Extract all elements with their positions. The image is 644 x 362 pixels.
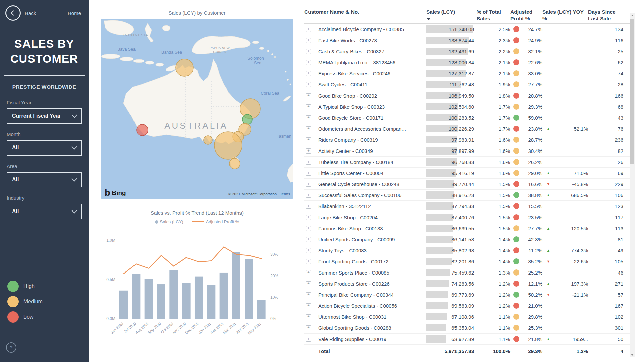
table-row[interactable]: +MEMA Ljubljana d.o.o. - 38128456128,006… xyxy=(304,57,635,68)
table-row[interactable]: +Sports Products Store - C0022674,263.56… xyxy=(304,278,635,289)
expand-row-button[interactable]: + xyxy=(306,259,311,264)
help-icon[interactable]: ? xyxy=(6,342,16,353)
sales-bar-Nov-2020[interactable] xyxy=(182,283,191,319)
profit-band-cell xyxy=(510,59,522,65)
table-scrollbar[interactable] xyxy=(630,13,635,357)
profit-band-indicator xyxy=(513,137,519,143)
table-row[interactable]: +Odometers and Accessories Compan...100,… xyxy=(304,123,635,134)
expand-row-button[interactable]: + xyxy=(306,193,311,198)
expand-row-button[interactable]: + xyxy=(306,82,311,87)
home-button[interactable]: Home xyxy=(68,10,81,16)
table-row[interactable]: +Fast Bike Works - C00273138,874.442.3%2… xyxy=(304,35,635,46)
sales-databar xyxy=(426,313,447,320)
sales-bar-May-2021[interactable] xyxy=(257,300,266,319)
table-row[interactable]: +Express Bike Services - C00246127,312.8… xyxy=(304,68,635,79)
table-row[interactable]: +Good Bicycle Store - C00171100,283.521.… xyxy=(304,112,635,123)
filter-dropdown[interactable]: Current Fiscal Year xyxy=(7,108,82,124)
column-header-5[interactable]: Sales (LCY) YOY % xyxy=(542,9,588,22)
expand-row-button[interactable]: + xyxy=(306,270,311,275)
sales-bar-Sep-2020[interactable] xyxy=(157,284,165,319)
table-row[interactable]: +Successful Sales Company - C0010688,916… xyxy=(304,190,635,201)
sales-cell: 75,459.62 xyxy=(426,267,477,278)
sales-bar-Jul-2020[interactable] xyxy=(132,274,140,319)
filter-dropdown[interactable]: All xyxy=(7,140,82,156)
expand-row-button[interactable]: + xyxy=(306,337,311,342)
back-button[interactable]: Back xyxy=(5,5,36,21)
table-row[interactable]: +Uttermost Bike Shop - C0003167,108.961.… xyxy=(304,311,635,322)
expand-row-button[interactable]: + xyxy=(306,248,311,253)
expand-row-button[interactable]: + xyxy=(306,314,311,319)
expand-row-button[interactable]: + xyxy=(306,281,311,286)
table-row[interactable]: +Cash & Carry Bikes - C00327132,431.692.… xyxy=(304,46,635,57)
scrollbar-thumb[interactable] xyxy=(630,19,634,164)
sales-bar-Dec-2020[interactable] xyxy=(195,277,203,319)
expand-row-button[interactable]: + xyxy=(306,303,311,308)
table-row[interactable]: +Principal Bike Company - C0034469,773.6… xyxy=(304,289,635,300)
expand-row-button[interactable]: + xyxy=(306,171,311,176)
map-bubble-medium[interactable] xyxy=(176,59,193,76)
column-header-6[interactable]: Days Since Last Sale xyxy=(588,9,623,22)
expand-row-button[interactable]: + xyxy=(306,71,311,76)
expand-row-button[interactable]: + xyxy=(306,292,311,297)
table-row[interactable]: +Famous Bike Shop - C0013386,639.551.5%2… xyxy=(304,223,635,234)
sales-bar-Oct-2020[interactable] xyxy=(169,270,178,319)
expand-row-button[interactable]: + xyxy=(306,325,311,330)
legend-label: Medium xyxy=(23,299,43,305)
expand-row-button[interactable]: + xyxy=(306,215,311,220)
sales-bar-Apr-2021[interactable] xyxy=(245,259,253,319)
column-header-4[interactable]: Adjusted Profit % xyxy=(510,9,542,22)
sales-bar-Feb-2021[interactable] xyxy=(220,273,228,319)
table-row[interactable]: +Action Bicycle Specialists - C0005669,5… xyxy=(304,300,635,311)
table-row[interactable]: +Front Sporting Goods - C0017282,201.861… xyxy=(304,256,635,267)
table-row[interactable]: +Swift Cycles - C00411111,762.481.9%27.7… xyxy=(304,79,635,90)
table-row[interactable]: +Large Bike Shop - C0020487,400.761.5%23… xyxy=(304,212,635,223)
expand-row-button[interactable]: + xyxy=(306,204,311,209)
sales-bar-Aug-2020[interactable] xyxy=(145,279,153,319)
table-row[interactable]: +Tubeless Tire Company - C0018496,768.83… xyxy=(304,157,635,168)
expand-row-button[interactable]: + xyxy=(306,237,311,242)
expand-row-button[interactable]: + xyxy=(306,182,311,187)
map-bubble-medium[interactable] xyxy=(214,132,242,159)
table-row[interactable]: +Acclaimed Bicycle Company - C00385151,3… xyxy=(304,24,635,35)
column-header-1[interactable]: Customer Name & No. xyxy=(304,9,426,15)
expand-row-button[interactable]: + xyxy=(306,27,311,32)
map-bubble-low[interactable] xyxy=(137,124,148,136)
filter-dropdown[interactable]: All xyxy=(7,172,82,187)
terms-link[interactable]: Terms xyxy=(280,192,290,196)
expand-row-button[interactable]: + xyxy=(306,148,311,154)
column-header-2[interactable]: Sales (LCY) xyxy=(426,9,477,20)
table-row[interactable]: +General Cycle Storehouse - C0024889,770… xyxy=(304,179,635,190)
expand-row-button[interactable]: + xyxy=(306,93,311,98)
expand-row-button[interactable]: + xyxy=(306,126,311,131)
expand-row-button[interactable]: + xyxy=(306,137,311,142)
column-header-3[interactable]: % of Total Sales xyxy=(477,9,510,22)
scroll-down-icon[interactable] xyxy=(630,352,635,357)
scroll-up-icon[interactable] xyxy=(630,13,635,18)
expand-row-button[interactable]: + xyxy=(306,104,311,109)
map-bubble-medium[interactable] xyxy=(204,136,212,144)
map-label-banda-sea: Banda Sea xyxy=(161,50,182,55)
table-row[interactable]: +Unified Sports Company - C0009986,141.5… xyxy=(304,234,635,245)
table-row[interactable]: +Vale Riding Supplies - C0001963,927.891… xyxy=(304,334,635,345)
table-row[interactable]: +Riders Company - C0031997,983.911.6%28.… xyxy=(304,134,635,145)
expand-row-button[interactable]: + xyxy=(306,226,311,231)
table-row[interactable]: +Good Bike Shop - C00292106,949.501.8%20… xyxy=(304,90,635,101)
expand-row-button[interactable]: + xyxy=(306,60,311,65)
sales-bar-Jun-2020[interactable] xyxy=(119,291,128,319)
expand-row-button[interactable]: + xyxy=(306,49,311,54)
table-row[interactable]: +Bilabankinn - 3512211287,794.331.5%15.5… xyxy=(304,201,635,212)
expand-row-button[interactable]: + xyxy=(306,160,311,165)
table-row[interactable]: +Global Sporting Goods - C0028865,353.04… xyxy=(304,322,635,334)
table-row[interactable]: +Sturdy Toys - C0008385,802.981.4%11.2%▲… xyxy=(304,245,635,256)
expand-row-button[interactable]: + xyxy=(306,38,311,43)
filter-dropdown[interactable]: All xyxy=(7,204,82,219)
sales-bar-Mar-2021[interactable] xyxy=(232,252,240,319)
map-bubble-medium[interactable] xyxy=(229,158,240,169)
table-row[interactable]: +Little Sports Center - C0000495,416.191… xyxy=(304,168,635,179)
table-row[interactable]: +Summer Sports Place - C0008575,459.621.… xyxy=(304,267,635,278)
table-row[interactable]: +A Typical Bike Shop - C00323102,594.601… xyxy=(304,101,635,112)
map-bubble-high[interactable] xyxy=(242,114,252,124)
table-row[interactable]: +Activity Center - C0034997,897.991.6%30… xyxy=(304,145,635,157)
sales-bar-Jan-2021[interactable] xyxy=(207,285,215,319)
expand-row-button[interactable]: + xyxy=(306,115,311,120)
